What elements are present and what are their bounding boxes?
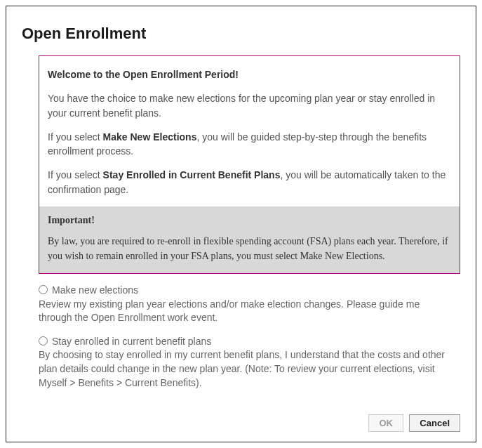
welcome-heading: Welcome to the Open Enrollment Period! — [48, 67, 451, 81]
important-notice: Important! By law, you are required to r… — [39, 206, 460, 273]
intro-paragraph-1: You have the choice to make new election… — [48, 91, 451, 120]
radio-make-new-elections[interactable] — [39, 285, 48, 294]
cancel-button[interactable]: Cancel — [409, 414, 460, 432]
option-stay-enrolled-desc: By choosing to stay enrolled in my curre… — [39, 348, 453, 390]
make-new-elections-term: Make New Elections — [103, 131, 197, 143]
option-stay-enrolled: Stay enrolled in current benefit plans B… — [39, 335, 453, 390]
intro-panel: Welcome to the Open Enrollment Period! Y… — [39, 55, 460, 274]
stay-enrolled-term: Stay Enrolled in Current Benefit Plans — [103, 169, 281, 180]
ok-button[interactable]: OK — [368, 414, 403, 432]
important-body: By law, you are required to re-enroll in… — [48, 235, 451, 263]
option-make-new-elections-label[interactable]: Make new elections — [39, 284, 138, 296]
important-heading: Important! — [48, 213, 451, 228]
intro-paragraph-3: If you select Stay Enrolled in Current B… — [48, 168, 451, 197]
enrollment-options: Make new elections Review my existing pl… — [39, 284, 460, 390]
intro-paragraph-2: If you select Make New Elections, you wi… — [48, 130, 451, 159]
option-make-new-elections: Make new elections Review my existing pl… — [39, 284, 453, 325]
radio-stay-enrolled[interactable] — [39, 336, 48, 345]
dialog-buttons: OK Cancel — [366, 414, 460, 432]
option-make-new-elections-desc: Review my existing plan year elections a… — [39, 298, 453, 325]
page-title: Open Enrollment — [22, 25, 460, 43]
open-enrollment-dialog: Open Enrollment Welcome to the Open Enro… — [6, 6, 476, 442]
option-stay-enrolled-label[interactable]: Stay enrolled in current benefit plans — [39, 336, 211, 347]
